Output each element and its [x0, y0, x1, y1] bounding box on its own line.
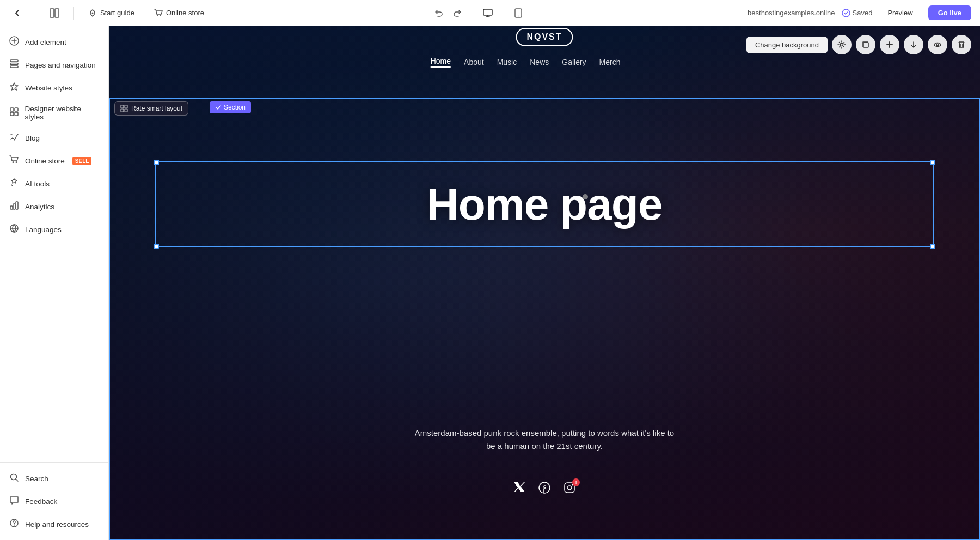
- svg-rect-16: [15, 112, 18, 116]
- section-badge[interactable]: Section: [210, 101, 251, 113]
- sidebar-item-ai-tools[interactable]: AI tools: [0, 172, 108, 195]
- instagram-icon[interactable]: !: [564, 482, 575, 496]
- start-guide-button[interactable]: Start guide: [83, 5, 140, 21]
- golive-button[interactable]: Go live: [928, 5, 971, 20]
- online-store-button[interactable]: Online store: [149, 5, 210, 21]
- preview-button[interactable]: Preview: [879, 5, 921, 20]
- desktop-view-button[interactable]: [479, 4, 497, 22]
- topbar: Start guide Online store: [0, 0, 980, 26]
- sidebar: Add element Pages and navigation Website…: [0, 26, 109, 540]
- eye-icon: [933, 40, 942, 49]
- nav-news[interactable]: News: [530, 58, 549, 66]
- topbar-divider2: [74, 7, 74, 20]
- homepage-subtitle: Amsterdam-based punk rock ensemble, putt…: [414, 427, 675, 453]
- topbar-divider: [35, 7, 35, 20]
- sidebar-item-add-element[interactable]: Add element: [0, 31, 108, 53]
- selection-handle-br[interactable]: [930, 244, 935, 249]
- duplicate-button[interactable]: [856, 35, 875, 54]
- selection-handle-tl[interactable]: [154, 160, 159, 165]
- pages-icon: [9, 59, 20, 71]
- rate-layout-label: Rate smart layout: [131, 105, 182, 112]
- mobile-icon: [514, 8, 522, 18]
- svg-rect-30: [121, 105, 124, 108]
- svg-rect-19: [10, 206, 13, 209]
- svg-point-29: [936, 44, 939, 46]
- svg-rect-11: [10, 63, 18, 65]
- svg-rect-10: [10, 60, 18, 62]
- nav-home[interactable]: Home: [431, 57, 451, 68]
- sidebar-item-blog[interactable]: Blog: [0, 126, 108, 149]
- nav-gallery[interactable]: Gallery: [562, 58, 586, 66]
- sidebar-item-pages-navigation[interactable]: Pages and navigation: [0, 53, 108, 76]
- designer-icon: [9, 107, 19, 119]
- twitter-icon[interactable]: [513, 482, 525, 496]
- redo-icon: [453, 9, 462, 17]
- sidebar-item-designer-styles[interactable]: Designer website styles: [0, 99, 108, 126]
- domain-label: besthostingexamples.online: [748, 9, 835, 17]
- sidebar-item-help[interactable]: Help and resources: [0, 513, 108, 536]
- mobile-view-button[interactable]: [510, 4, 527, 22]
- selection-handle-bl[interactable]: [154, 244, 159, 249]
- sidebar-item-website-styles[interactable]: Website styles: [0, 76, 108, 99]
- svg-point-2: [92, 12, 94, 14]
- sidebar-item-search[interactable]: Search: [0, 467, 108, 490]
- settings-button[interactable]: [832, 35, 852, 54]
- preview-section-button[interactable]: [928, 35, 947, 54]
- svg-point-18: [16, 161, 17, 163]
- redo-button[interactable]: [449, 4, 466, 22]
- search-icon: [9, 472, 20, 484]
- move-down-button[interactable]: [904, 35, 923, 54]
- change-background-button[interactable]: Change background: [746, 37, 828, 53]
- nav-music[interactable]: Music: [497, 58, 517, 66]
- header-actions: Change background: [746, 35, 971, 54]
- add-icon: [885, 40, 894, 49]
- store-icon: [9, 155, 20, 167]
- layout-toggle-button[interactable]: [44, 5, 65, 21]
- canvas-background: NQVST Home About Music News Gallery Merc…: [109, 26, 980, 540]
- settings-icon: [837, 40, 846, 49]
- twitter-svg: [513, 482, 525, 493]
- add-section-button[interactable]: [880, 35, 899, 54]
- layout-star-icon: [120, 105, 128, 112]
- section-border-left: [109, 98, 110, 540]
- nav-merch[interactable]: Merch: [599, 58, 621, 66]
- svg-rect-33: [125, 109, 127, 112]
- rate-smart-layout-button[interactable]: Rate smart layout: [114, 101, 188, 116]
- svg-rect-32: [121, 109, 124, 112]
- sidebar-item-analytics[interactable]: Analytics: [0, 195, 108, 218]
- sidebar-label-blog: Blog: [25, 134, 40, 142]
- arrow-down-icon: [909, 40, 918, 49]
- homepage-title-text[interactable]: Home page: [156, 173, 933, 235]
- start-guide-label: Start guide: [100, 9, 134, 17]
- svg-rect-21: [16, 202, 18, 209]
- svg-rect-1: [55, 9, 59, 17]
- trash-icon: [957, 40, 966, 49]
- sidebar-label-search: Search: [25, 475, 48, 483]
- nav-about[interactable]: About: [464, 58, 484, 66]
- sidebar-label-analytics: Analytics: [25, 203, 54, 211]
- sidebar-item-feedback[interactable]: Feedback: [0, 490, 108, 513]
- homepage-text-selection: Home page: [155, 161, 934, 247]
- sell-badge: SELL: [72, 157, 92, 165]
- sidebar-item-online-store[interactable]: Online store SELL: [0, 149, 108, 172]
- delete-section-button[interactable]: [952, 35, 971, 54]
- sidebar-label-store: Online store: [25, 157, 65, 165]
- facebook-icon[interactable]: [538, 482, 550, 496]
- check-icon: [215, 104, 222, 111]
- selection-handle-tr[interactable]: [930, 160, 935, 165]
- website-canvas: NQVST Home About Music News Gallery Merc…: [109, 26, 980, 540]
- online-store-label: Online store: [166, 9, 204, 17]
- undo-button[interactable]: [430, 4, 448, 22]
- sidebar-label-languages: Languages: [25, 226, 62, 234]
- svg-rect-5: [483, 9, 492, 15]
- back-button[interactable]: [9, 4, 26, 22]
- rocket-icon: [88, 9, 97, 17]
- svg-rect-31: [125, 105, 127, 108]
- saved-check-icon: [842, 9, 850, 17]
- sidebar-item-languages[interactable]: Languages: [0, 218, 108, 241]
- svg-point-17: [13, 161, 14, 163]
- sidebar-bottom: Search Feedback Help and resources: [0, 462, 108, 540]
- desktop-icon: [483, 8, 493, 18]
- saved-label: Saved: [853, 9, 873, 17]
- plus-icon: [9, 36, 20, 48]
